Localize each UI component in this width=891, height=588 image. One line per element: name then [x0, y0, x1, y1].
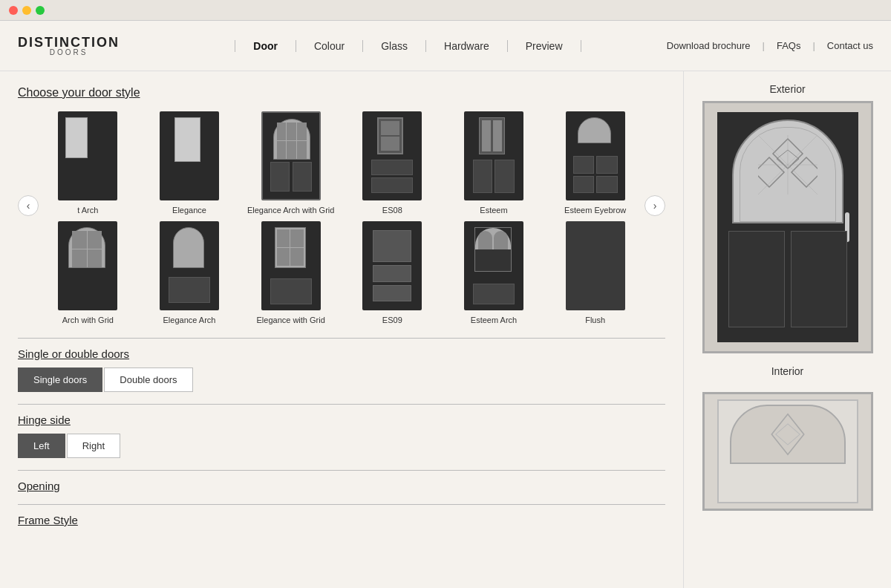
- diamond-pattern-svg: [758, 135, 817, 195]
- door-lower-panels: [728, 231, 847, 327]
- door-item-elegance-arch[interactable]: Elegance Arch: [142, 221, 238, 325]
- door-name-arch-grid: Arch with Grid: [62, 315, 114, 325]
- right-panel: Exterior: [683, 71, 891, 588]
- door-item-arch-grid[interactable]: Arch with Grid: [40, 221, 136, 325]
- exterior-label: Exterior: [769, 83, 805, 95]
- main-nav: Door Colour Glass Hardware Preview: [149, 40, 667, 52]
- interior-label: Interior: [771, 365, 804, 377]
- main-content: Choose your door style ‹ t Arch Elegance: [0, 71, 891, 588]
- hinge-options: Left Right: [18, 434, 665, 458]
- door-thumb-esteem-arch: [464, 221, 523, 310]
- divider-2: [18, 404, 665, 405]
- carousel-next-button[interactable]: ›: [644, 195, 665, 216]
- opening-title: Opening: [18, 480, 665, 492]
- frame-style-section: Frame Style: [18, 514, 665, 526]
- door-style-section: Choose your door style ‹ t Arch Elegance: [18, 86, 665, 326]
- door-type-options: Single doors Double doors: [18, 368, 665, 392]
- door-name-es09: ES09: [382, 315, 402, 325]
- panel-bottom-left: [728, 231, 785, 327]
- door-item-t-arch[interactable]: t Arch: [40, 111, 136, 215]
- door-item-esteem[interactable]: Esteem: [446, 111, 542, 215]
- door-item-esteem-arch[interactable]: Esteem Arch: [446, 221, 542, 325]
- door-name-esteem-arch: Esteem Arch: [471, 315, 517, 325]
- fullscreen-button[interactable]: [36, 6, 45, 15]
- divider-4: [18, 504, 665, 505]
- hinge-left-button[interactable]: Left: [18, 434, 65, 458]
- interior-arch-glass: [730, 405, 846, 464]
- door-name-elegance-with-grid: Elegance with Grid: [257, 315, 325, 325]
- door-thumb-t-arch: [58, 111, 117, 200]
- door-name-elegance: Elegance: [172, 205, 206, 215]
- nav-door[interactable]: Door: [235, 40, 296, 52]
- panel-bottom-right: [791, 231, 847, 327]
- door-thumb-elegance-arch: [160, 221, 219, 310]
- exterior-door-body: [717, 112, 858, 342]
- minimize-button[interactable]: [22, 6, 31, 15]
- door-type-section: Single or double doors Single doors Doub…: [18, 347, 665, 392]
- door-thumb-esteem: [464, 111, 523, 200]
- door-name-esteem: Esteem: [480, 205, 507, 215]
- door-name-flush: Flush: [585, 315, 605, 325]
- door-thumb-es09: [362, 221, 422, 310]
- contact-link[interactable]: Contact us: [827, 40, 873, 51]
- hinge-right-button[interactable]: Right: [67, 434, 120, 458]
- door-item-elegance[interactable]: Elegance: [142, 111, 238, 215]
- sep1: |: [763, 40, 765, 51]
- download-brochure-link[interactable]: Download brochure: [667, 40, 751, 51]
- divider-1: [18, 338, 665, 339]
- door-item-esteem-eyebrow[interactable]: Esteem Eyebrow: [547, 111, 643, 215]
- frame-style-title: Frame Style: [18, 514, 665, 526]
- door-thumb-elegance: [160, 111, 219, 200]
- close-button[interactable]: [9, 6, 18, 15]
- door-item-es09[interactable]: ES09: [345, 221, 440, 325]
- faqs-link[interactable]: FAQs: [777, 40, 801, 51]
- sep2: |: [812, 40, 815, 51]
- door-item-elegance-with-grid[interactable]: Elegance with Grid: [243, 221, 339, 325]
- door-item-elegance-arch-grid[interactable]: Elegance Arch with Grid: [243, 111, 339, 215]
- logo: DISTINCTION DOORS: [18, 36, 120, 56]
- svg-marker-8: [771, 414, 803, 454]
- door-name-t-arch: t Arch: [77, 205, 98, 215]
- door-name-esteem-eyebrow: Esteem Eyebrow: [564, 205, 626, 215]
- interior-door-body: [717, 399, 858, 503]
- double-doors-button[interactable]: Double doors: [104, 368, 192, 392]
- opening-section: Opening: [18, 480, 665, 492]
- door-item-es08[interactable]: ES08: [345, 111, 440, 215]
- header-actions: Download brochure | FAQs | Contact us: [667, 40, 873, 51]
- exterior-preview: [702, 101, 873, 353]
- nav-colour[interactable]: Colour: [296, 40, 363, 52]
- interior-diamond-svg: [731, 406, 844, 463]
- door-thumb-elegance-arch-grid: [261, 111, 321, 200]
- header: DISTINCTION DOORS Door Colour Glass Hard…: [0, 21, 891, 71]
- single-doors-button[interactable]: Single doors: [18, 368, 102, 392]
- door-type-title: Single or double doors: [18, 347, 665, 360]
- left-panel: Choose your door style ‹ t Arch Elegance: [0, 71, 683, 588]
- door-name-es08: ES08: [382, 205, 402, 215]
- door-thumb-esteem-eyebrow: [566, 111, 625, 200]
- svg-marker-9: [775, 424, 800, 445]
- door-name-elegance-arch: Elegance Arch: [163, 315, 216, 325]
- door-thumb-elegance-with-grid: [261, 221, 321, 310]
- arch-glass-panel: [732, 120, 843, 223]
- window-chrome: [0, 0, 891, 21]
- nav-hardware[interactable]: Hardware: [426, 40, 508, 52]
- interior-preview: [702, 392, 873, 511]
- door-thumb-es08: [362, 111, 422, 200]
- hinge-side-title: Hinge side: [18, 414, 665, 426]
- door-thumb-arch-grid: [58, 221, 117, 310]
- arch-glass-inner: [740, 127, 836, 222]
- door-style-title: Choose your door style: [18, 86, 665, 99]
- carousel-prev-button[interactable]: ‹: [18, 195, 39, 216]
- logo-sub: DOORS: [18, 49, 120, 56]
- nav-glass[interactable]: Glass: [363, 40, 426, 52]
- door-thumb-flush: [566, 221, 625, 310]
- logo-main: DISTINCTION: [18, 36, 120, 49]
- nav-preview[interactable]: Preview: [508, 40, 581, 52]
- door-grid-row2: Arch with Grid Elegance Arch: [40, 221, 643, 325]
- door-item-flush[interactable]: Flush: [547, 221, 643, 325]
- door-grid-row1: t Arch Elegance: [40, 111, 643, 215]
- divider-3: [18, 470, 665, 471]
- door-name-elegance-arch-grid: Elegance Arch with Grid: [247, 205, 334, 215]
- hinge-side-section: Hinge side Left Right: [18, 414, 665, 458]
